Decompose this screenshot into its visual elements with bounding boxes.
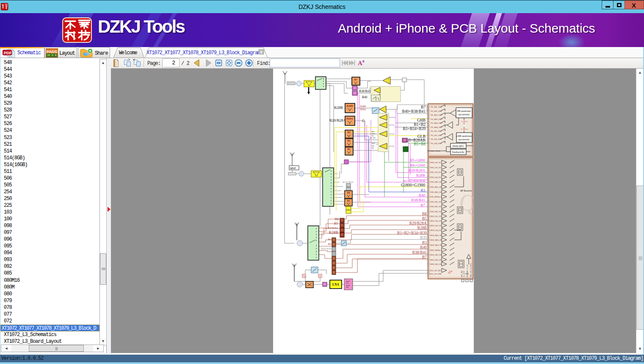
svg-text:B20: B20 [372,142,375,144]
svg-text:B5+G800: B5+G800 [410,158,425,162]
svg-text:DRX_HB3_IN: DRX_HB3_IN [430,259,441,261]
svg-text:B5+B8: B5+B8 [414,142,426,146]
svg-text:DRX_HB1_IN: DRX_HB1_IN [430,254,441,256]
svg-text:DRX_MHB4_IN: DRX_MHB4_IN [430,249,443,251]
svg-text:TX_LB1_OUT: TX_LB1_OUT [431,130,442,132]
svg-text:B5: B5 [422,217,427,221]
svg-text:HB quadrature: HB quadrature [457,110,471,112]
svg-text:B1: B1 [328,238,332,241]
svg-text:B28B: B28B [334,106,343,110]
svg-text:B5: B5 [372,147,374,149]
svg-text:upconverter: upconverter [459,113,470,116]
svg-text:B38/B41: B38/B41 [359,89,370,93]
svg-text:B20/B28A: B20/B28A [328,227,338,229]
svg-text:a: a [362,58,365,63]
svg-text:A: A [388,81,390,83]
svg-text:DRX_LB1_IN: DRX_LB1_IN [430,215,441,217]
svg-text:B7: B7 [420,203,425,207]
svg-text:GN55_RF_INP: GN55_RF_INP [429,270,441,272]
svg-text:B28A: B28A [360,108,366,111]
svg-text:B28B: B28B [416,173,425,178]
svg-text:P: P [388,78,389,80]
svg-text:PRX_LB2_IN: PRX_LB2_IN [430,167,441,169]
svg-text:B8: B8 [422,212,427,216]
svg-text:B8+G900: B8+G900 [410,163,425,167]
svg-text:PRX_LB3_IN: PRX_LB3_IN [430,171,441,173]
svg-text:B39: B39 [420,236,427,240]
svg-text:B3+B34+B39: B3+B34+B39 [403,127,426,131]
svg-text:A: A [358,60,362,67]
svg-text:B38/B41: B38/B41 [412,250,427,255]
svg-text:PRX_LB4_IN: PRX_LB4_IN [430,176,441,178]
svg-text:PRX_HB1_IN: PRX_HB1_IN [430,201,441,203]
svg-text:upconverter: upconverter [459,138,470,141]
svg-text:B34+B39: B34+B39 [321,247,331,250]
svg-text:GHB: GHB [417,118,426,122]
svg-text:DRX_LB3_IN: DRX_LB3_IN [430,225,441,227]
svg-text:B7: B7 [422,255,427,259]
svg-text:B28B: B28B [346,104,353,107]
svg-text:B3: B3 [420,188,425,192]
svg-text:B3: B3 [422,241,427,245]
svg-text:B1+B2: B1+B2 [370,137,376,139]
svg-text:B1+B2+B34+B39: B1+B2+B34+B39 [397,231,427,235]
svg-text:LMB quadrature: LMB quadrature [456,135,472,137]
svg-text:PWR DET: PWR DET [453,145,464,147]
svg-text:tx_hb_lo: tx_hb_lo [462,120,468,122]
svg-text:PRX_HB2_IN: PRX_HB2_IN [430,211,441,213]
svg-text:DRX_MB1_IN: DRX_MB1_IN [430,234,442,236]
svg-text:DRX_LB_CA_OUT: DRX_LB_CA_OUT [470,263,472,278]
svg-text:G1800+G1900: G1800+G1900 [401,183,425,187]
svg-text:PDF: PDF [4,50,12,55]
svg-text:B20/B28A: B20/B28A [329,118,346,122]
svg-text:B1: B1 [347,148,350,150]
svg-text:B40+B38/B41: B40+B38/B41 [402,109,426,114]
svg-text:B7: B7 [354,78,357,81]
svg-text:CA_OUT: CA_OUT [463,271,465,278]
svg-text:B20/B28A: B20/B28A [409,168,426,172]
svg-text:B7: B7 [421,105,426,109]
svg-text:B5: B5 [334,222,338,225]
svg-text:TX_LB4_OUT: TX_LB4_OUT [431,142,442,144]
svg-text:B8: B8 [347,192,350,194]
svg-text:Feedback Rx: Feedback Rx [452,151,464,153]
svg-text:B2: B2 [347,139,350,142]
svg-text:B40: B40 [420,245,427,250]
svg-text:DRX_MB3_IN: DRX_MB3_IN [430,244,442,246]
svg-text:TX_LB2_OUT: TX_LB2_OUT [431,134,442,136]
svg-text:B38/B41: B38/B41 [411,198,425,202]
svg-text:GN55_RF_INM: GN55_RF_INM [429,273,442,275]
svg-text:LNA: LNA [332,283,339,286]
svg-text:PRX_MB1_IN: PRX_MB1_IN [430,181,441,183]
svg-text:DRX_LB2_IN: DRX_LB2_IN [430,220,441,222]
svg-text:DRX_HB2_IN: DRX_HB2_IN [430,263,441,265]
svg-text:PRX_MHB4_IN: PRX_MHB4_IN [430,196,442,198]
svg-text:SP4T: SP4T [290,167,296,169]
svg-text:B28B: B28B [329,231,338,235]
svg-text:PADS: PADS [47,49,58,54]
svg-text:2TM: 2TM [449,270,452,272]
svg-text:B40: B40 [362,95,368,99]
svg-text:B28B: B28B [417,226,427,230]
svg-text:B28B: B28B [360,105,366,108]
svg-text:tx_lmb_lo: tx_lmb_lo [461,128,468,130]
svg-text:B2: B2 [328,242,332,246]
svg-text:PRX_HB3_IN: PRX_HB3_IN [430,206,441,208]
svg-text:B1+B2: B1+B2 [414,122,426,127]
svg-text:TX_LB3_OUT: TX_LB3_OUT [431,138,442,140]
svg-text:PRX_MB2_IN: PRX_MB2_IN [430,186,441,188]
svg-text:DRX_LB4_IN: DRX_LB4_IN [430,229,441,231]
svg-text:B34+B39: B34+B39 [343,181,353,183]
svg-text:B5: B5 [347,200,350,202]
svg-text:PRX_MB3_IN: PRX_MB3_IN [430,191,441,193]
svg-text:B20/B28A: B20/B28A [409,221,427,225]
svg-text:B3: B3 [347,131,350,133]
svg-text:B8: B8 [335,217,339,221]
svg-text:B28A: B28A [346,117,353,120]
svg-text:PRX_LB1_IN: PRX_LB1_IN [430,161,441,164]
svg-text:DRX_MB_CA_IN: DRX_MB_CA_IN [466,264,468,278]
svg-text:B40: B40 [419,193,426,197]
svg-text:DRX_MB2_IN: DRX_MB2_IN [430,239,442,241]
svg-text:B1+B2+B34+B39: B1+B2+B34+B39 [403,179,425,183]
